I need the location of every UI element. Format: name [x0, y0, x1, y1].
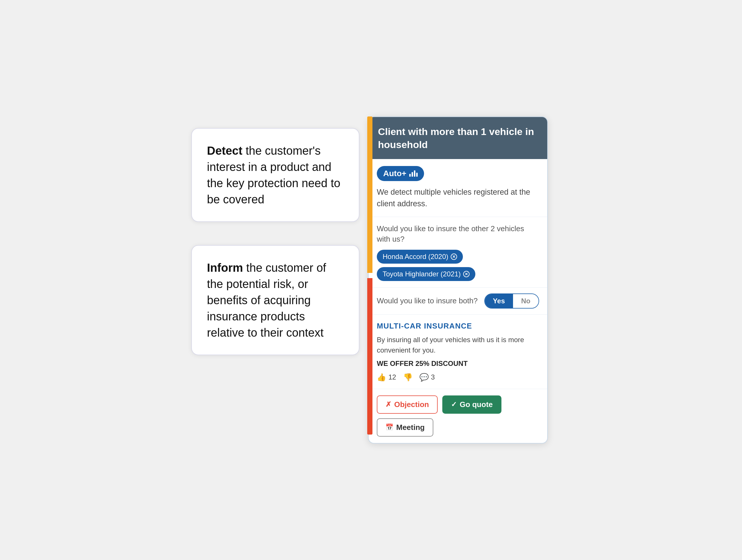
detect-text: Detect the customer's interest in a prod…: [207, 143, 344, 208]
vehicle-tags: Honda Accord (2020) ✕ Toyota Highlander …: [377, 250, 539, 281]
yes-button[interactable]: Yes: [485, 294, 513, 308]
panel-header: Client with more than 1 vehicle in house…: [369, 117, 547, 159]
section-top: Auto+ We detect multiple vehicles regist…: [369, 159, 547, 217]
remove-toyota-button[interactable]: ✕: [463, 271, 470, 277]
vehicle-honda-label: Honda Accord (2020): [383, 253, 448, 261]
no-button[interactable]: No: [513, 294, 538, 308]
go-quote-button[interactable]: ✓ Go quote: [442, 395, 501, 414]
calendar-icon: 📅: [385, 424, 393, 431]
yes-no-toggle: Yes No: [484, 293, 539, 309]
section-info: MULTI-CAR INSURANCE By insuring all of y…: [369, 315, 547, 389]
vehicle-tag-toyota[interactable]: Toyota Highlander (2021) ✕: [377, 267, 475, 281]
vehicle-tag-honda[interactable]: Honda Accord (2020) ✕: [377, 250, 463, 264]
inform-card: Inform the customer of the potential ris…: [191, 245, 359, 355]
comments-count: 3: [431, 373, 435, 381]
x-icon: ✗: [385, 400, 391, 408]
objection-button[interactable]: ✗ Objection: [377, 395, 438, 414]
likes-count: 12: [388, 373, 396, 381]
amber-bar: [367, 116, 372, 273]
remove-honda-button[interactable]: ✕: [451, 254, 457, 260]
thumbs-down-icon: 👎: [403, 373, 413, 382]
go-quote-label: Go quote: [460, 400, 493, 409]
meeting-button[interactable]: 📅 Meeting: [377, 418, 433, 437]
main-container: Detect the customer's interest in a prod…: [189, 116, 553, 443]
section-desc: We detect multiple vehicles registered a…: [377, 186, 539, 210]
info-title: MULTI-CAR INSURANCE: [377, 322, 539, 331]
left-side: Detect the customer's interest in a prod…: [189, 116, 368, 367]
comment-icon: 💬: [419, 373, 429, 382]
bar-chart-icon: [409, 170, 418, 177]
objection-label: Objection: [394, 400, 429, 409]
info-discount: WE OFFER 25% DISCOUNT: [377, 359, 539, 368]
vehicle-question: Would you like to insure the other 2 veh…: [377, 223, 539, 244]
thumbs-up-icon: 👍: [377, 373, 386, 382]
section-actions: ✗ Objection ✓ Go quote 📅 Meeting: [369, 389, 547, 443]
insure-both-question: Would you like to insure both?: [377, 296, 478, 305]
panel-title: Client with more than 1 vehicle in house…: [378, 126, 534, 150]
auto-badge[interactable]: Auto+: [377, 166, 424, 181]
feedback-row: 👍 12 👎 💬 3: [377, 373, 539, 382]
thumbs-up-item[interactable]: 👍 12: [377, 373, 396, 382]
section-vehicles: Would you like to insure the other 2 veh…: [369, 217, 547, 288]
right-panel: Client with more than 1 vehicle in house…: [368, 116, 548, 443]
check-icon: ✓: [451, 400, 457, 408]
red-bar: [367, 278, 372, 435]
meeting-label: Meeting: [396, 423, 425, 432]
section-toggle: Would you like to insure both? Yes No: [369, 288, 547, 315]
inform-text: Inform the customer of the potential ris…: [207, 260, 344, 341]
detect-card: Detect the customer's interest in a prod…: [191, 128, 359, 222]
badge-row: Auto+: [377, 166, 539, 181]
badge-label: Auto+: [383, 169, 406, 178]
info-desc: By insuring all of your vehicles with us…: [377, 335, 539, 355]
vehicle-toyota-label: Toyota Highlander (2021): [383, 270, 461, 278]
thumbs-down-item[interactable]: 👎: [403, 373, 413, 382]
comments-item[interactable]: 💬 3: [419, 373, 435, 382]
inform-bold: Inform: [207, 261, 243, 274]
detect-bold: Detect: [207, 144, 242, 157]
panel-body: Auto+ We detect multiple vehicles regist…: [369, 159, 547, 443]
